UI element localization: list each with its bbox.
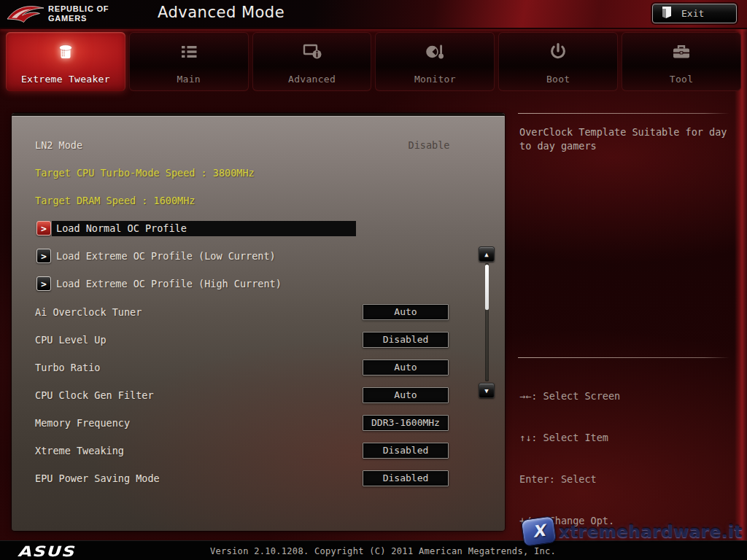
shortcut-line: ↑↓: Select Item <box>519 431 650 445</box>
value-box-memory-frequency[interactable]: DDR3-1600MHz <box>363 415 449 431</box>
rog-logo-icon <box>6 2 45 27</box>
toolbox-icon <box>670 42 693 65</box>
triangle-down-icon: ▼ <box>484 387 488 394</box>
bios-screen: REPUBLIC OF GAMERS Advanced Mode Exit <box>0 0 747 560</box>
brand-text: REPUBLIC OF GAMERS <box>48 4 109 23</box>
shortcut-line: Enter: Select <box>519 472 650 486</box>
asus-logo: ASUS <box>18 543 75 560</box>
tab-boot[interactable]: Boot <box>498 32 618 91</box>
target-dram-speed-text: Target DRAM Speed : 1600MHz <box>35 195 195 206</box>
target-cpu-speed-text: Target CPU Turbo-Mode Speed : 3800MHz <box>35 167 255 179</box>
power-icon <box>547 42 569 65</box>
arrow-right-icon: > <box>41 223 47 234</box>
scrollbar[interactable]: ▲ ▼ <box>479 246 496 398</box>
version-text: Version 2.10.1208. Copyright (C) 2011 Am… <box>210 546 556 556</box>
setting-row: Xtreme Tweaking Disabled <box>12 443 505 459</box>
setting-row-ln2-mode[interactable]: LN2 Mode Disable <box>12 138 505 154</box>
divider <box>518 113 729 114</box>
setting-row: Ai Overclock Tuner Auto <box>12 304 505 320</box>
value-box-xtreme-tweaking[interactable]: Disabled <box>363 443 449 459</box>
setting-label: CPU Level Up <box>35 334 107 346</box>
scrollbar-thumb[interactable] <box>485 265 489 310</box>
header-bar: REPUBLIC OF GAMERS Advanced Mode Exit <box>0 0 747 29</box>
brand-gamers: GAMERS <box>48 14 109 23</box>
scrollbar-track[interactable] <box>485 263 489 381</box>
tab-monitor[interactable]: Monitor <box>375 32 495 91</box>
action-row-load-extreme-oc-low[interactable]: > Load Extreme OC Profile (Low Current) <box>12 249 505 265</box>
list-icon <box>177 42 201 65</box>
monitor-info-icon <box>301 42 324 65</box>
setting-label: Xtreme Tweaking <box>35 445 124 456</box>
arrow-button[interactable]: > <box>36 249 51 263</box>
action-label: Load Normal OC Profile <box>56 222 187 234</box>
setting-label: EPU Power Saving Mode <box>35 472 160 484</box>
tab-main[interactable]: Main <box>129 32 249 91</box>
brand-republic-of: REPUBLIC OF <box>48 4 109 14</box>
page-title: Advanced Mode <box>158 4 285 21</box>
setting-row: Turbo Ratio Auto <box>12 359 505 376</box>
setting-row: CPU Level Up Disabled <box>12 332 505 348</box>
action-row-load-extreme-oc-high[interactable]: > Load Extreme OC Profile (High Current) <box>12 276 505 292</box>
watermark-x-logo: X <box>521 516 557 547</box>
exit-label: Exit <box>681 8 704 19</box>
tab-label: Monitor <box>414 74 456 85</box>
watermark-x-glyph: X <box>531 521 546 541</box>
gauge-thermometer-icon <box>423 42 446 65</box>
ln2-mode-value: Disable <box>385 139 473 151</box>
tab-label: Advanced <box>288 74 336 85</box>
setting-label: Memory Frequency <box>35 417 130 429</box>
setting-label: Turbo Ratio <box>35 362 100 373</box>
arrow-button[interactable]: > <box>36 221 51 236</box>
watermark: X xtremehardware.it <box>522 518 743 545</box>
exit-door-icon <box>662 6 673 21</box>
scroll-down-button[interactable]: ▼ <box>479 383 495 398</box>
item-description: OverClock Template Suitable for day to d… <box>519 125 731 153</box>
tab-extreme-tweaker[interactable]: Extreme Tweaker <box>6 32 125 91</box>
setting-row: CPU Clock Gen Filter Auto <box>12 387 505 403</box>
tab-label: Tool <box>670 74 694 85</box>
triangle-up-icon: ▲ <box>484 251 488 258</box>
tab-advanced[interactable]: Advanced <box>252 32 372 91</box>
setting-label: Ai Overclock Tuner <box>35 306 142 318</box>
settings-panel: LN2 Mode Disable Target CPU Turbo-Mode S… <box>12 113 505 531</box>
tweaker-knob-icon <box>54 42 77 66</box>
arrow-right-icon: > <box>41 251 47 262</box>
tab-label: Boot <box>546 74 570 85</box>
value-box-cpu-clock-gen-filter[interactable]: Auto <box>363 387 449 403</box>
tab-bar: Extreme Tweaker Main Advanc <box>6 32 741 91</box>
tab-label: Extreme Tweaker <box>21 74 110 85</box>
value-box-ai-overclock-tuner[interactable]: Auto <box>363 304 449 320</box>
setting-row: Memory Frequency DDR3-1600MHz <box>12 415 505 431</box>
setting-row: EPU Power Saving Mode Disabled <box>12 470 505 486</box>
value-box-cpu-level-up[interactable]: Disabled <box>363 332 449 348</box>
watermark-text: xtremehardware.it <box>559 522 743 541</box>
tab-tool[interactable]: Tool <box>622 32 741 91</box>
action-label: Load Extreme OC Profile (Low Current) <box>56 250 276 262</box>
exit-button[interactable]: Exit <box>652 4 737 23</box>
tab-label: Main <box>177 74 201 85</box>
value-box-epu-power-saving[interactable]: Disabled <box>363 470 449 486</box>
right-edge-glow <box>735 29 747 560</box>
shortcut-line: →←: Select Screen <box>519 389 650 403</box>
divider <box>518 357 729 358</box>
arrow-button[interactable]: > <box>36 276 51 291</box>
arrow-right-icon: > <box>41 279 47 289</box>
action-label: Load Extreme OC Profile (High Current) <box>56 278 282 289</box>
scroll-up-button[interactable]: ▲ <box>479 246 495 262</box>
setting-label: CPU Clock Gen Filter <box>35 389 154 401</box>
value-box-turbo-ratio[interactable]: Auto <box>363 359 449 376</box>
action-row-load-normal-oc-profile[interactable]: > Load Normal OC Profile <box>12 221 505 237</box>
setting-label: LN2 Mode <box>35 139 82 151</box>
